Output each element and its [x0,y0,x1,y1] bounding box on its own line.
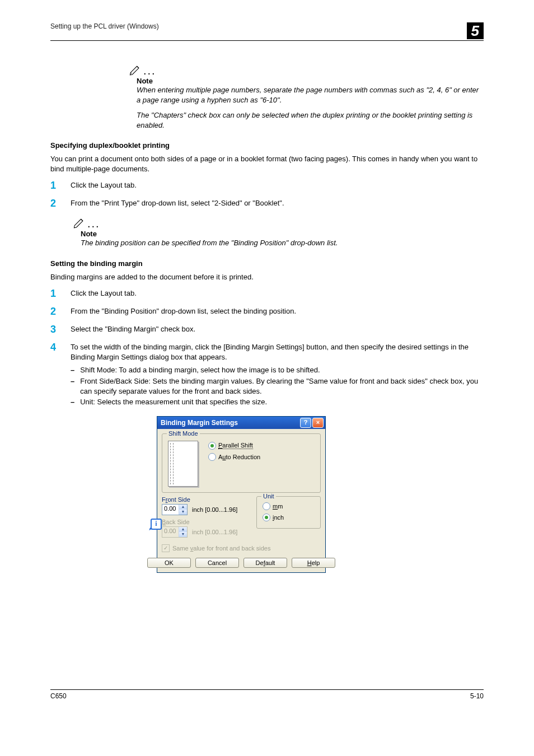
help-icon[interactable]: ? [300,418,311,428]
bullet-text: Front Side/Back Side: Sets the binding m… [80,376,484,396]
bullet-dash: – [71,376,74,396]
step-number: 2 [50,306,60,316]
note-text: When entering multiple page numbers, sep… [137,85,484,105]
back-side-spinner: 0.00 ▲▼ [162,526,188,538]
binding-margin-dialog: Binding Margin Settings ? × Shift Mode P… [157,416,326,573]
note-block-2: ... Note The binding position can be spe… [62,216,484,248]
note-icon [73,216,87,228]
cancel-button[interactable]: Cancel [195,558,239,568]
section-title-duplex: Specifying duplex/booklet printing [50,141,484,150]
dialog-title: Binding Margin Settings [161,419,238,427]
note-icon [129,63,143,76]
bullet-dash: – [71,397,74,407]
step-text: Select the "Binding Margin" check box. [71,324,484,334]
checkbox-icon: ✓ [162,544,170,552]
help-button[interactable]: Help [292,558,335,568]
shift-mode-group: Shift Mode Parallel Shift Auto Reduction [162,433,321,493]
chevron-up-icon: ▲ [179,527,187,532]
step-1: 1 Click the Layout tab. [50,288,484,298]
shift-mode-legend: Shift Mode [167,430,200,437]
chapter-number: 5 [467,22,484,39]
info-icon[interactable]: i [151,519,162,530]
note-label: Note [137,77,484,85]
step-text: To set the width of the binding margin, … [71,342,484,408]
bullet-text: Shift Mode: To add a binding margin, sel… [80,365,320,375]
note-text: The "Chapters" check box can only be sel… [137,110,484,130]
unit-group: Unit mm inch [256,496,321,529]
footer-model: C650 [50,692,67,700]
section-intro: You can print a document onto both sides… [50,154,484,174]
chevron-up-icon[interactable]: ▲ [179,505,187,510]
close-icon[interactable]: × [312,418,324,428]
step-number: 2 [50,198,60,208]
step-text: From the "Print Type" drop-down list, se… [71,198,484,208]
same-value-label: Same value for front and back sides [172,545,271,552]
radio-inch[interactable]: inch [263,514,315,521]
page-header: Setting up the PCL driver (Windows) 5 [50,22,484,41]
radio-icon [208,442,216,450]
bullet-dash: – [71,365,74,375]
back-side-value: 0.00 [162,527,179,537]
radio-icon [208,453,216,461]
chevron-down-icon[interactable]: ▼ [179,510,187,515]
note-text: The binding position can be specified fr… [81,238,484,248]
step-number: 1 [50,288,60,298]
step-number: 4 [50,342,60,408]
shift-preview [168,441,198,487]
step-text: From the "Binding Position" drop-down li… [71,306,484,316]
radio-parallel-shift[interactable]: Parallel Shift [208,442,260,450]
bullet-text: Unit: Selects the measurement unit that … [80,397,267,407]
footer-page: 5-10 [470,692,484,700]
radio-auto-reduction[interactable]: Auto Reduction [208,453,260,461]
default-button[interactable]: Default [243,558,287,568]
header-title: Setting up the PCL driver (Windows) [50,22,159,30]
step-intro: To set the width of the binding margin, … [71,343,469,361]
step-4: 4 To set the width of the binding margin… [50,342,484,408]
unit-legend: Unit [261,493,276,500]
dialog-titlebar[interactable]: Binding Margin Settings ? × [157,417,325,429]
section-title-binding: Setting the binding margin [50,259,484,268]
front-side-range: inch [0.00...1.96] [192,506,237,513]
front-side-spinner[interactable]: 0.00 ▲▼ [162,504,188,515]
step-2: 2 From the "Print Type" drop-down list, … [50,198,484,208]
section-intro: Binding margins are added to the documen… [50,272,484,282]
front-side-label: Front Side [162,496,252,503]
step-number: 1 [50,180,60,190]
same-value-checkbox: ✓ Same value for front and back sides [162,544,321,552]
ok-button[interactable]: OK [147,558,191,568]
step-number: 3 [50,324,60,334]
back-side-label: Back Side [162,519,252,525]
radio-icon [263,514,270,521]
note-dots: ... [87,217,100,230]
radio-mm[interactable]: mm [263,502,315,510]
front-side-value: 0.00 [162,505,179,515]
step-2: 2 From the "Binding Position" drop-down … [50,306,484,316]
page-footer: C650 5-10 [50,689,484,700]
note-block-1: ... Note When entering multiple page num… [118,63,484,130]
step-text: Click the Layout tab. [71,288,484,298]
step-1: 1 Click the Layout tab. [50,180,484,190]
note-label: Note [81,230,484,238]
step-3: 3 Select the "Binding Margin" check box. [50,324,484,334]
note-dots: ... [143,64,156,77]
back-side-range: inch [0.00...1.96] [192,529,237,535]
chevron-down-icon: ▼ [179,532,187,537]
radio-icon [263,502,270,510]
step-text: Click the Layout tab. [71,180,484,190]
